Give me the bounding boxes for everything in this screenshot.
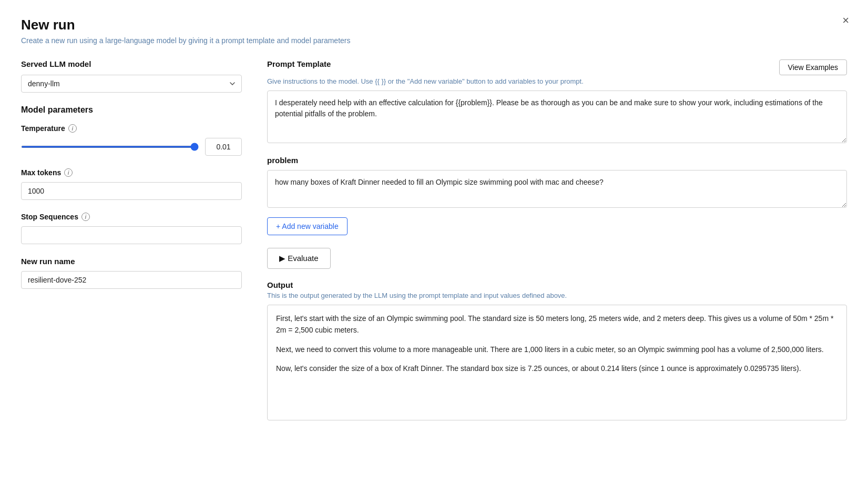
- run-name-label: New run name: [21, 257, 242, 266]
- variable-value-textarea[interactable]: how many boxes of Kraft Dinner needed to…: [267, 170, 847, 208]
- add-variable-button[interactable]: + Add new variable: [267, 217, 348, 235]
- view-examples-button[interactable]: View Examples: [779, 59, 847, 75]
- max-tokens-label: Max tokens i: [21, 168, 242, 177]
- served-llm-label: Served LLM model: [21, 59, 242, 68]
- max-tokens-group: Max tokens i: [21, 168, 242, 200]
- add-variable-row: + Add new variable: [267, 210, 847, 235]
- prompt-template-textarea[interactable]: I desperately need help with an effectiv…: [267, 91, 847, 143]
- right-panel: Prompt Template View Examples Give instr…: [267, 59, 847, 420]
- temperature-info-icon[interactable]: i: [68, 124, 77, 133]
- max-tokens-info-icon[interactable]: i: [64, 168, 73, 177]
- temperature-group: Temperature i: [21, 124, 242, 156]
- close-button[interactable]: ×: [842, 15, 849, 26]
- modal-header: New run Create a new run using a large-l…: [21, 17, 847, 45]
- modal-title: New run: [21, 17, 847, 33]
- stop-sequences-input[interactable]: [21, 226, 242, 244]
- evaluate-button[interactable]: ▶ Evaluate: [267, 248, 331, 269]
- output-title: Output: [267, 280, 847, 289]
- temperature-label: Temperature i: [21, 124, 242, 133]
- modal-subtitle: Create a new run using a large-language …: [21, 36, 847, 45]
- stop-sequences-info-icon[interactable]: i: [81, 213, 90, 221]
- left-panel: Served LLM model denny-llm Model paramet…: [21, 59, 242, 420]
- served-llm-group: Served LLM model denny-llm: [21, 59, 242, 93]
- new-run-modal: × New run Create a new run using a large…: [0, 0, 868, 492]
- output-paragraph-2: Next, we need to convert this volume to …: [276, 344, 838, 355]
- stop-sequences-group: Stop Sequences i: [21, 213, 242, 244]
- model-select[interactable]: denny-llm: [21, 75, 242, 93]
- temperature-slider[interactable]: [21, 146, 199, 148]
- prompt-hint: Give instructions to the model. Use {{ }…: [267, 77, 847, 85]
- temperature-value-input[interactable]: [205, 138, 242, 156]
- output-hint: This is the output generated by the LLM …: [267, 292, 847, 299]
- run-name-group: New run name: [21, 257, 242, 289]
- prompt-template-label: Prompt Template: [267, 59, 331, 68]
- output-paragraph-3: Now, let's consider the size of a box of…: [276, 363, 838, 374]
- variable-label: problem: [267, 156, 847, 165]
- max-tokens-input[interactable]: [21, 182, 242, 200]
- evaluate-row: ▶ Evaluate: [267, 235, 847, 280]
- output-paragraph-1: First, let's start with the size of an O…: [276, 313, 838, 336]
- prompt-template-header: Prompt Template View Examples: [267, 59, 847, 75]
- output-box: First, let's start with the size of an O…: [267, 305, 847, 420]
- content-layout: Served LLM model denny-llm Model paramet…: [21, 59, 847, 420]
- stop-sequences-label: Stop Sequences i: [21, 213, 242, 221]
- temperature-slider-row: [21, 138, 242, 156]
- model-params-title: Model parameters: [21, 105, 242, 115]
- run-name-input[interactable]: [21, 271, 242, 289]
